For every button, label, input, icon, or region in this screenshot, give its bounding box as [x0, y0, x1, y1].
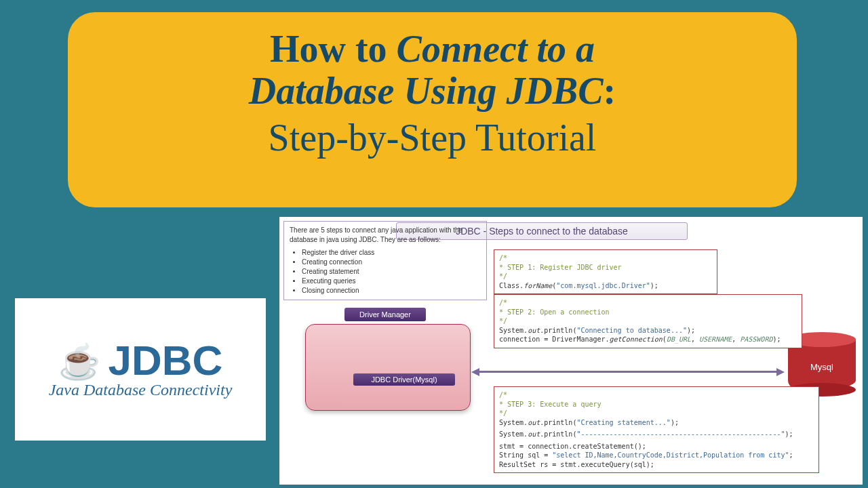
steps-intro: There are 5 steps to connect any java ap…: [290, 226, 481, 245]
code-comment: * STEP 3: Execute a query: [499, 400, 814, 409]
title-italic: Connect to a: [397, 28, 595, 70]
title-line-1: How to Connect to a: [95, 28, 770, 70]
jdbc-subtitle: Java Database Connectivity: [49, 381, 233, 399]
logo-row: ☕ JDBC: [58, 340, 223, 384]
title-italic: Database Using JDBC: [249, 70, 604, 112]
code-line: String sql = "select ID,Name,CountryCode…: [499, 451, 814, 460]
jdbc-acronym: JDBC: [108, 336, 223, 384]
list-item: Creating statement: [302, 267, 481, 277]
steps-list: Register the driver class Creating conne…: [302, 248, 481, 296]
list-item: Closing connection: [302, 286, 481, 296]
java-cup-icon: ☕: [58, 345, 100, 379]
code-comment: /*: [499, 390, 814, 400]
list-item: Creating connection: [302, 258, 481, 267]
driver-inner-label: JDBC Driver(Mysql): [353, 373, 455, 386]
code-step-2: /* * STEP 2: Open a connection */ System…: [494, 294, 802, 348]
code-line: System.out.println("--------------------…: [499, 430, 814, 439]
code-comment: /*: [499, 253, 712, 263]
colon: :: [604, 70, 616, 112]
list-item: Register the driver class: [302, 248, 481, 258]
arrow-right-icon: [776, 368, 785, 376]
diagram-panel: JDBC - Steps to connect to the database …: [279, 217, 863, 485]
code-line: ResultSet rs = stmt.executeQuery(sql);: [499, 460, 814, 470]
code-step-3: /* * STEP 3: Execute a query */ System.o…: [494, 386, 819, 473]
list-item: Executing queries: [302, 277, 481, 286]
title-line-3: Step-by-Step Tutorial: [95, 117, 770, 159]
code-comment: */: [499, 317, 797, 326]
title-text: How to: [270, 28, 397, 70]
code-line: stmt = connection.createStatement();: [499, 442, 814, 451]
database-label: Mysql: [788, 362, 856, 372]
code-comment: */: [499, 409, 814, 418]
title-line-2: Database Using JDBC:: [95, 70, 770, 113]
driver-box: JDBC Driver(Mysql): [305, 324, 471, 411]
driver-manager-label: Driver Manager: [344, 308, 426, 321]
steps-box: There are 5 steps to connect any java ap…: [283, 221, 487, 300]
title-card: How to Connect to a Database Using JDBC:…: [68, 12, 797, 207]
arrow-line: [477, 371, 779, 373]
code-comment: * STEP 1: Register JDBC driver: [499, 263, 712, 272]
code-comment: * STEP 2: Open a connection: [499, 308, 797, 317]
connection-arrow: [471, 369, 785, 375]
code-line: connection = DriverManager.getConnection…: [499, 335, 797, 344]
jdbc-logo-card: ☕ JDBC Java Database Connectivity: [15, 298, 266, 441]
code-comment: /*: [499, 298, 797, 308]
code-line: Class.forName("com.mysql.jdbc.Driver");: [499, 281, 712, 291]
code-comment: */: [499, 272, 712, 281]
code-step-1: /* * STEP 1: Register JDBC driver */ Cla…: [494, 249, 717, 294]
code-line: System.out.println("Connecting to databa…: [499, 326, 797, 336]
code-line: System.out.println("Creating statement..…: [499, 418, 814, 428]
